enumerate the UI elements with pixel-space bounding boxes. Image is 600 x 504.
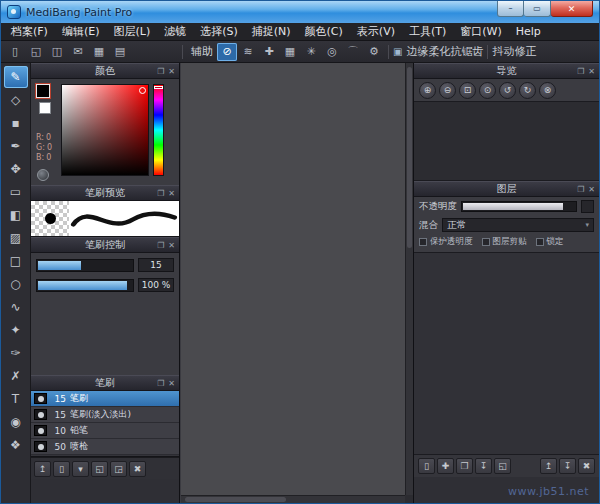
- minimize-button[interactable]: –: [497, 1, 524, 17]
- layer-option-checkbox[interactable]: 保护透明度: [419, 236, 473, 248]
- menu-item[interactable]: 选择(S): [193, 23, 245, 40]
- add-brush-icon[interactable]: ▯: [53, 461, 70, 477]
- select-rect-tool[interactable]: □: [4, 250, 28, 272]
- cloud-upload-icon[interactable]: ✉: [68, 43, 88, 61]
- menu-item[interactable]: 工具(T): [402, 23, 453, 40]
- title-bar[interactable]: MediBang Paint Pro – ▭ ✕: [1, 1, 599, 23]
- text-tool[interactable]: T: [4, 388, 28, 410]
- brush-item[interactable]: 15 笔刷: [31, 391, 179, 407]
- new-file-icon[interactable]: ▯: [5, 43, 25, 61]
- popout-icon[interactable]: ❐: [577, 67, 584, 76]
- snap-radial-icon[interactable]: ✳: [301, 43, 321, 61]
- select-pen-tool[interactable]: ✑: [4, 342, 28, 364]
- checkbox-icon[interactable]: [419, 238, 427, 246]
- popout-icon[interactable]: ❐: [157, 241, 164, 250]
- bucket-tool[interactable]: ◧: [4, 204, 28, 226]
- brush-item[interactable]: 10 铅笔: [31, 423, 179, 439]
- antialias-toggle[interactable]: ▣ 边缘柔化抗锯齿: [393, 44, 483, 59]
- menu-item[interactable]: 窗口(W): [453, 23, 508, 40]
- hue-slider[interactable]: [153, 84, 164, 176]
- layer-opacity-slider[interactable]: [461, 201, 577, 212]
- duplicate-layer-icon[interactable]: ❐: [456, 458, 473, 474]
- menu-item[interactable]: 颜色(C): [298, 23, 350, 40]
- hand-tool[interactable]: ❖: [4, 434, 28, 456]
- brush-folder-icon[interactable]: ◱: [91, 461, 108, 477]
- merge-down-icon[interactable]: ↧: [475, 458, 492, 474]
- rotate-right-icon[interactable]: ↻: [519, 82, 536, 99]
- save-file-icon[interactable]: ◫: [47, 43, 67, 61]
- menu-item[interactable]: 滤镜: [157, 23, 193, 40]
- navigator-preview[interactable]: [414, 101, 599, 181]
- canvas-vertical-scrollbar[interactable]: [405, 63, 413, 495]
- zoom-in-icon[interactable]: ⊕: [419, 82, 436, 99]
- gradient-tool[interactable]: ▨: [4, 227, 28, 249]
- canvas-grid-icon[interactable]: ▦: [89, 43, 109, 61]
- sv-marker[interactable]: [139, 87, 146, 94]
- maximize-button[interactable]: ▭: [524, 1, 551, 17]
- snap-grid-icon[interactable]: ▦: [280, 43, 300, 61]
- magic-wand-tool[interactable]: ✦: [4, 319, 28, 341]
- dot-pen-tool[interactable]: ▪: [4, 112, 28, 134]
- background-color-swatch[interactable]: [39, 102, 51, 114]
- layer-option-checkbox[interactable]: 锁定: [536, 236, 564, 248]
- close-icon[interactable]: ✕: [168, 189, 175, 198]
- stabilizer-toggle[interactable]: 抖动修正: [492, 44, 536, 59]
- menu-item[interactable]: Help: [509, 23, 548, 40]
- snap-cross-icon[interactable]: ✚: [259, 43, 279, 61]
- eyedropper-tool[interactable]: ◉: [4, 411, 28, 433]
- snap-off-icon[interactable]: ⊘: [217, 43, 237, 61]
- snap-settings-icon[interactable]: ⚙: [364, 43, 384, 61]
- saturation-value-box[interactable]: [61, 84, 149, 176]
- canvas-horizontal-scrollbar[interactable]: [181, 495, 405, 503]
- add-brush-menu-icon[interactable]: ▾: [72, 461, 89, 477]
- popout-icon[interactable]: ❐: [157, 379, 164, 388]
- select-eraser-tool[interactable]: ✗: [4, 365, 28, 387]
- select-move-tool[interactable]: ▭: [4, 181, 28, 203]
- new-layer-icon[interactable]: ▯: [418, 458, 435, 474]
- close-button[interactable]: ✕: [551, 1, 593, 17]
- brush-item[interactable]: 50 喷枪: [31, 439, 179, 455]
- menu-item[interactable]: 表示(V): [350, 23, 402, 40]
- blend-mode-select[interactable]: 正常 ▾: [442, 218, 594, 232]
- close-icon[interactable]: ✕: [168, 379, 175, 388]
- close-icon[interactable]: ✕: [588, 185, 595, 194]
- popout-icon[interactable]: ❐: [157, 67, 164, 76]
- close-icon[interactable]: ✕: [588, 67, 595, 76]
- menu-item[interactable]: 图层(L): [106, 23, 157, 40]
- layer-down-icon[interactable]: ↧: [559, 458, 576, 474]
- zoom-out-icon[interactable]: ⊖: [439, 82, 456, 99]
- close-icon[interactable]: ✕: [168, 67, 175, 76]
- zoom-fit-icon[interactable]: ⊡: [459, 82, 476, 99]
- brush-item[interactable]: 15 笔刷(淡入淡出): [31, 407, 179, 423]
- popout-icon[interactable]: ❐: [157, 189, 164, 198]
- brush-tool[interactable]: ✎: [4, 66, 28, 88]
- snap-parallel-icon[interactable]: ≋: [238, 43, 258, 61]
- snap-curve-icon[interactable]: ⌒: [343, 43, 363, 61]
- zoom-100-icon[interactable]: ⊙: [479, 82, 496, 99]
- close-icon[interactable]: ✕: [168, 241, 175, 250]
- checkbox-icon[interactable]: [536, 238, 544, 246]
- menu-item[interactable]: 档案(F): [4, 23, 55, 40]
- brush-import-icon[interactable]: ◲: [110, 461, 127, 477]
- brush-opacity-slider[interactable]: [36, 279, 134, 292]
- foreground-color-swatch[interactable]: [36, 84, 50, 98]
- snap-circle-icon[interactable]: ◎: [322, 43, 342, 61]
- layer-folder-icon[interactable]: ◱: [494, 458, 511, 474]
- rotate-left-icon[interactable]: ↺: [499, 82, 516, 99]
- layer-option-checkbox[interactable]: 图层剪贴: [482, 236, 527, 248]
- move-tool[interactable]: ✥: [4, 158, 28, 180]
- brush-up-icon[interactable]: ↥: [34, 461, 51, 477]
- delete-brush-icon[interactable]: ✖: [129, 461, 146, 477]
- open-file-icon[interactable]: ◱: [26, 43, 46, 61]
- opacity-value-box[interactable]: [581, 200, 594, 213]
- layer-list[interactable]: [414, 252, 599, 455]
- add-layer-icon[interactable]: ✚: [437, 458, 454, 474]
- eraser-tool[interactable]: ◇: [4, 89, 28, 111]
- menu-item[interactable]: 捕捉(N): [245, 23, 298, 40]
- select-ellipse-tool[interactable]: ○: [4, 273, 28, 295]
- brush-opacity-value[interactable]: 100 %: [138, 278, 174, 292]
- hue-marker[interactable]: [154, 86, 163, 89]
- menu-item[interactable]: 编辑(E): [55, 23, 107, 40]
- checkbox-icon[interactable]: [482, 238, 490, 246]
- layer-up-icon[interactable]: ↥: [540, 458, 557, 474]
